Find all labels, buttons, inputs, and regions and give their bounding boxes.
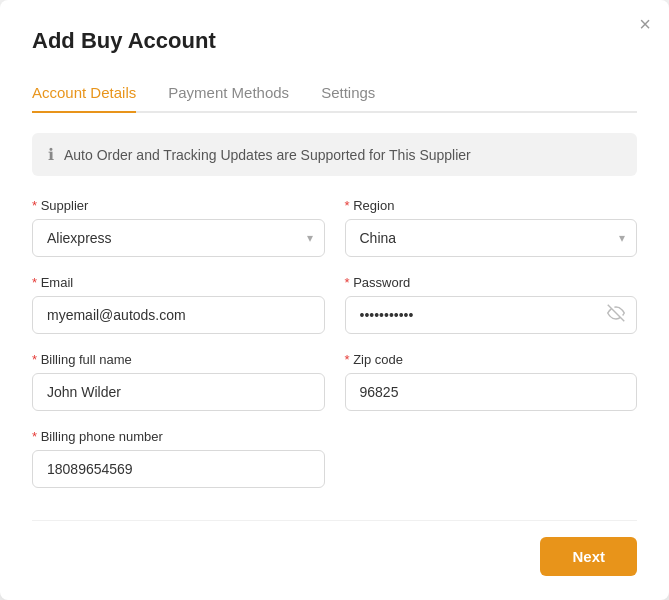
billing-phone-label: * Billing phone number — [32, 429, 325, 444]
billing-name-input[interactable] — [32, 373, 325, 411]
region-label: * Region — [345, 198, 638, 213]
region-select-wrapper: China US UK EU ▾ — [345, 219, 638, 257]
close-button[interactable]: × — [639, 14, 651, 34]
eye-icon[interactable] — [607, 304, 625, 326]
zip-code-label: * Zip code — [345, 352, 638, 367]
tab-account-details[interactable]: Account Details — [32, 74, 136, 113]
billing-name-group: * Billing full name — [32, 352, 325, 411]
tab-bar: Account Details Payment Methods Settings — [32, 74, 637, 113]
password-group: * Password — [345, 275, 638, 334]
modal-title: Add Buy Account — [32, 28, 637, 54]
tab-payment-methods[interactable]: Payment Methods — [168, 74, 289, 113]
info-icon: ℹ — [48, 145, 54, 164]
supplier-select[interactable]: Aliexpress Amazon Walmart eBay — [32, 219, 325, 257]
supplier-region-row: * Supplier Aliexpress Amazon Walmart eBa… — [32, 198, 637, 257]
email-input[interactable] — [32, 296, 325, 334]
email-password-row: * Email * Password — [32, 275, 637, 334]
email-label: * Email — [32, 275, 325, 290]
billing-phone-row: * Billing phone number — [32, 429, 637, 488]
zip-code-input[interactable] — [345, 373, 638, 411]
billing-phone-input[interactable] — [32, 450, 325, 488]
billing-phone-group: * Billing phone number — [32, 429, 325, 488]
info-banner: ℹ Auto Order and Tracking Updates are Su… — [32, 133, 637, 176]
billing-name-label: * Billing full name — [32, 352, 325, 367]
zip-code-group: * Zip code — [345, 352, 638, 411]
password-input[interactable] — [345, 296, 638, 334]
password-wrapper — [345, 296, 638, 334]
supplier-label: * Supplier — [32, 198, 325, 213]
modal-footer: Next — [32, 520, 637, 576]
password-label: * Password — [345, 275, 638, 290]
supplier-group: * Supplier Aliexpress Amazon Walmart eBa… — [32, 198, 325, 257]
region-group: * Region China US UK EU ▾ — [345, 198, 638, 257]
billing-name-zip-row: * Billing full name * Zip code — [32, 352, 637, 411]
tab-settings[interactable]: Settings — [321, 74, 375, 113]
region-select[interactable]: China US UK EU — [345, 219, 638, 257]
supplier-select-wrapper: Aliexpress Amazon Walmart eBay ▾ — [32, 219, 325, 257]
next-button[interactable]: Next — [540, 537, 637, 576]
add-buy-account-modal: × Add Buy Account Account Details Paymen… — [0, 0, 669, 600]
info-banner-text: Auto Order and Tracking Updates are Supp… — [64, 147, 471, 163]
email-group: * Email — [32, 275, 325, 334]
